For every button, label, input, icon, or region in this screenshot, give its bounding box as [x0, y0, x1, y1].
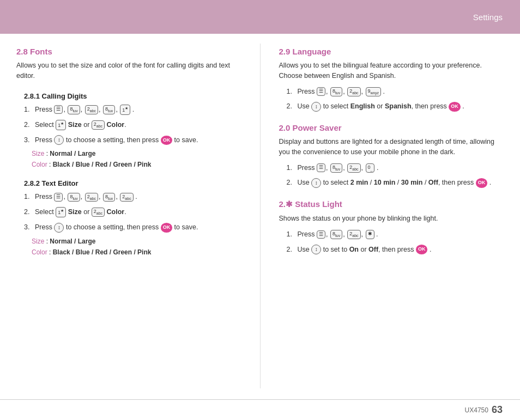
list-item: 1. Press ☰, 8tuv, 2abc, 8tuv, 1★ .	[16, 105, 241, 115]
2abc2-key-icon: 2abc	[92, 120, 105, 130]
list-num: 3.	[24, 222, 35, 233]
2abc-r3-icon: 2abc	[347, 230, 360, 239]
2abc-r1-icon: 2abc	[347, 87, 360, 96]
list-content: Press ☰, 8tuv, 2abc, 9wxyz .	[298, 87, 504, 97]
section-29-intro: Allows you to set the bilingual feature …	[279, 60, 504, 81]
list-item: 1. Press ☰, 8tuv, 2abc, ✱ .	[279, 229, 504, 240]
list-item: 2. Use ↕ to select English or Spanish, t…	[279, 101, 504, 112]
list-item: 1. Press ☰, 8tuv, 2abc, 0_ .	[279, 163, 504, 173]
footer-bar: UX4750 63	[0, 399, 520, 420]
list-content: Press ☰, 8tuv, 2abc, 0_ .	[298, 163, 504, 173]
section-20-title: 2.0 Power Saver	[279, 123, 504, 132]
list-item: 2. Select 1★ Size or 2abc Color.	[16, 207, 241, 217]
1star3-key-icon: 1★	[56, 207, 66, 217]
size2-label: Size	[32, 238, 44, 245]
menu-r2-icon: ☰	[317, 163, 325, 172]
8tuv3-key-icon: 8tuv	[68, 193, 80, 202]
size-values: Normal / Large	[50, 150, 95, 157]
ok-btn: OK	[161, 136, 173, 145]
list-num: 1.	[24, 105, 35, 115]
size-label: Size	[32, 150, 44, 157]
2abc-key-icon: 2abc	[85, 105, 98, 114]
star-r3-icon: ✱	[366, 230, 374, 239]
list-content: Press ☰, 8tuv, 2abc, 8tuv, 2abc .	[35, 192, 241, 202]
list-content: Use ↕ to set to On or Off, then press OK…	[298, 245, 504, 255]
section-20-intro: Display and buttons are lighted for a de…	[279, 137, 504, 157]
right-column: 2.9 Language Allows you to set the bilin…	[279, 44, 504, 388]
list-num: 1.	[287, 163, 298, 173]
8tuv-key-icon: 8tuv	[68, 105, 80, 114]
list-content: Use ↕ to select 2 min / 10 min / 30 min …	[298, 178, 504, 188]
8tuv-r3-icon: 8tuv	[330, 230, 342, 239]
list-item: 2. Use ↕ to set to On or Off, then press…	[279, 245, 504, 255]
list-content: Press ↕ to choose a setting, then press …	[35, 135, 241, 145]
list-num: 1.	[287, 229, 298, 240]
section-29-title: 2.9 Language	[279, 47, 504, 56]
color-values: Black / Blue / Red / Green / Pink	[53, 161, 152, 168]
ok-r3-btn: OK	[416, 245, 428, 254]
ok-r1-btn: OK	[449, 102, 461, 112]
footer-model: UX4750	[465, 406, 488, 414]
list-item: 2. Select 1★ Size or 2abc Color.	[16, 120, 241, 130]
section-28-intro: Allows you to set the size and color of …	[16, 60, 241, 81]
list-item: 1. Press ☰, 8tuv, 2abc, 8tuv, 2abc .	[16, 192, 241, 202]
main-content: 2.8 Fonts Allows you to set the size and…	[0, 34, 520, 399]
nav-r2-icon: ↕	[311, 178, 321, 188]
nav2-icon: ↕	[54, 223, 64, 233]
menu-key-icon: ☰	[54, 105, 63, 114]
header-title: Settings	[473, 13, 503, 22]
ok-r2-btn: OK	[476, 178, 488, 188]
2abc-r2-icon: 2abc	[347, 163, 360, 173]
9wxyz-r1-icon: 9wxyz	[366, 87, 382, 96]
list-item: 3. Press ↕ to choose a setting, then pre…	[16, 135, 241, 145]
menu-key2-icon: ☰	[54, 193, 63, 202]
2abc4-key-icon: 2abc	[120, 193, 133, 202]
list-num: 2.	[287, 245, 298, 255]
color-row: Color : Black / Blue / Red / Green / Pin…	[16, 161, 241, 168]
size-row2: Size : Normal / Large	[16, 238, 241, 245]
section-2star-intro: Shows the status on your phone by blinki…	[279, 214, 504, 224]
list-content: Press ☰, 8tuv, 2abc, ✱ .	[298, 229, 504, 240]
size2-values: Normal / Large	[50, 238, 95, 245]
list-num: 1.	[24, 192, 35, 202]
color-row2: Color : Black / Blue / Red / Green / Pin…	[16, 248, 241, 256]
color-label: Color	[32, 161, 47, 168]
color2-label: Color	[32, 248, 47, 256]
list-content: Use ↕ to select English or Spanish, then…	[298, 101, 504, 112]
left-column: 2.8 Fonts Allows you to set the size and…	[16, 44, 241, 388]
section-2star-title: 2.✱ Status Light	[279, 199, 504, 209]
list-item: 2. Use ↕ to select 2 min / 10 min / 30 m…	[279, 178, 504, 188]
column-divider	[260, 44, 261, 388]
nav-r3-icon: ↕	[311, 245, 321, 254]
1star2-key-icon: 1★	[56, 120, 66, 130]
8tuv-r2-icon: 8tuv	[330, 163, 342, 173]
nav-icon: ↕	[54, 135, 64, 145]
subsection-281-title: 2.8.1 Calling Digits	[16, 92, 241, 100]
list-item: 1. Press ☰, 8tuv, 2abc, 9wxyz .	[279, 87, 504, 97]
2abc3-key-icon: 2abc	[85, 193, 98, 202]
list-num: 1.	[287, 87, 298, 97]
menu-r3-icon: ☰	[317, 230, 325, 239]
1star-key-icon: 1★	[120, 105, 130, 115]
list-content: Press ☰, 8tuv, 2abc, 8tuv, 1★ .	[35, 105, 241, 115]
color2-values: Black / Blue / Red / Green / Pink	[53, 248, 152, 256]
subsection-282-title: 2.8.2 Text Editor	[16, 179, 241, 187]
ok2-btn: OK	[161, 223, 173, 233]
section-28-title: 2.8 Fonts	[16, 47, 241, 56]
8tuv-r1-icon: 8tuv	[330, 87, 342, 96]
8tuv4-key-icon: 8tuv	[103, 193, 115, 202]
list-content: Select 1★ Size or 2abc Color.	[35, 120, 241, 130]
nav-r1-icon: ↕	[311, 102, 321, 112]
list-num: 3.	[24, 135, 35, 145]
menu-r1-icon: ☰	[317, 87, 325, 96]
list-content: Press ↕ to choose a setting, then press …	[35, 222, 241, 233]
list-num: 2.	[24, 207, 35, 217]
footer-page: 63	[492, 404, 503, 416]
list-content: Select 1★ Size or 2abc Color.	[35, 207, 241, 217]
list-num: 2.	[287, 101, 298, 112]
8tuv2-key-icon: 8tuv	[103, 105, 115, 114]
header-bar: Settings	[0, 0, 520, 34]
list-item: 3. Press ↕ to choose a setting, then pre…	[16, 222, 241, 233]
list-num: 2.	[287, 178, 298, 188]
list-num: 2.	[24, 120, 35, 130]
